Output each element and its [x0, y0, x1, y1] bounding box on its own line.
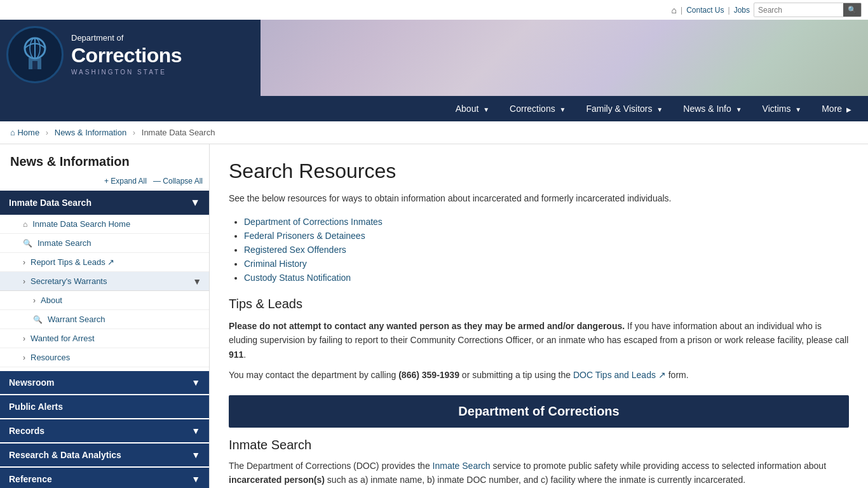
tips-line2-post: form.	[666, 370, 689, 380]
secretarys-warrants-link[interactable]: Secretary's Warrants	[31, 276, 107, 286]
family-arrow: ▼	[656, 106, 663, 113]
list-item: Registered Sex Offenders	[244, 245, 849, 255]
dept-line2: Corrections	[71, 43, 182, 67]
doc-inmates-link[interactable]: Department of Corrections Inmates	[244, 217, 383, 227]
tips-bold: Please do not attempt to contact any wan…	[229, 321, 625, 331]
inmate-data-search-chevron: ▼	[190, 197, 200, 208]
tips-line2-mid: or submitting a tip using the	[459, 370, 573, 380]
sidebar-item-secretarys-warrants[interactable]: › Secretary's Warrants	[0, 272, 193, 290]
sidebar-research-header[interactable]: Research & Data Analytics ▼	[0, 444, 209, 466]
sidebar-records-header[interactable]: Records ▼	[0, 419, 209, 442]
wanted-expand-icon: ›	[23, 334, 25, 343]
tips-phone: (866) 359-1939	[398, 370, 459, 380]
sidebar-item-warrant-search[interactable]: 🔍 Warrant Search	[0, 310, 209, 329]
inmate-search-title: Inmate Search	[229, 438, 849, 452]
more-arrow: ▶	[846, 106, 851, 113]
breadcrumb-home[interactable]: ⌂ Home	[10, 128, 39, 137]
sidebar-reference-header[interactable]: Reference ▼	[0, 468, 209, 488]
sidebar: News & Information + Expand All — Collap…	[0, 144, 210, 488]
breadcrumb-sep2: ›	[133, 128, 135, 137]
tips-leads-heading: Tips & Leads	[229, 297, 849, 311]
inmate-search-service-link[interactable]: Inmate Search	[433, 461, 491, 471]
main-nav: About ▼ Corrections ▼ Family & Visitors …	[0, 96, 868, 121]
resources-expand-icon: ›	[23, 353, 25, 362]
federal-prisoners-link[interactable]: Federal Prisoners & Detainees	[244, 231, 365, 241]
page-content: News & Information + Expand All — Collap…	[0, 144, 868, 488]
inmate-search-link[interactable]: Inmate Search	[37, 238, 92, 248]
sidebar-controls: + Expand All — Collapse All	[0, 177, 209, 191]
list-item: Federal Prisoners & Detainees	[244, 231, 849, 241]
logo-text: Department of Corrections WASHINGTON STA…	[71, 33, 182, 76]
about-link[interactable]: About	[41, 295, 62, 305]
nav-about[interactable]: About ▼	[445, 96, 499, 121]
intro-text: See the below resources for ways to obta…	[229, 192, 849, 205]
warrant-search-icon: 🔍	[33, 315, 43, 324]
inmate-search-bold: incarcerated person(s)	[229, 475, 325, 485]
sidebar-inmate-data-search-header[interactable]: Inmate Data Search ▼	[0, 191, 209, 215]
site-header: Department of Corrections WASHINGTON STA…	[0, 20, 868, 96]
reference-label: Reference	[9, 474, 52, 484]
doc-banner: Department of Corrections	[229, 395, 849, 428]
sidebar-item-inmate-search[interactable]: 🔍 Inmate Search	[0, 234, 209, 253]
sex-offenders-link[interactable]: Registered Sex Offenders	[244, 245, 346, 255]
sep2: |	[728, 6, 730, 15]
dept-line3: WASHINGTON STATE	[71, 69, 182, 76]
custody-status-link[interactable]: Custody Status Notification	[244, 273, 351, 283]
tips-body-end: .	[243, 349, 246, 360]
about-arrow: ▼	[483, 106, 489, 113]
breadcrumb-sep1: ›	[46, 128, 48, 137]
about-expand-icon: ›	[33, 296, 36, 305]
sidebar-item-report-tips[interactable]: › Report Tips & Leads ↗	[0, 253, 209, 272]
research-label: Research & Data Analytics	[9, 450, 121, 460]
tips-911: 911	[229, 349, 243, 360]
expand-all-link[interactable]: + Expand All	[104, 177, 147, 186]
resources-link[interactable]: Resources	[31, 353, 70, 362]
top-bar: ⌂ | Contact Us | Jobs 🔍	[0, 0, 868, 20]
sidebar-newsroom-header[interactable]: Newsroom ▼	[0, 371, 209, 394]
nav-corrections[interactable]: Corrections ▼	[499, 96, 576, 121]
tips-text-1: Please do not attempt to contact any wan…	[229, 319, 849, 362]
collapse-all-link[interactable]: — Collapse All	[153, 177, 203, 186]
search-button[interactable]: 🔍	[843, 3, 861, 17]
sidebar-title: News & Information	[0, 154, 209, 177]
search-input[interactable]	[754, 4, 843, 17]
breadcrumb-news[interactable]: News & Information	[55, 128, 126, 137]
home-icon[interactable]: ⌂	[672, 5, 677, 15]
news-arrow: ▼	[736, 106, 742, 113]
page-title: Search Resources	[229, 159, 849, 183]
wanted-for-arrest-link[interactable]: Wanted for Arrest	[31, 334, 95, 343]
nav-news-info[interactable]: News & Info ▼	[673, 96, 752, 121]
breadcrumb-current: Inmate Data Search	[142, 128, 215, 137]
newsroom-chevron: ▼	[191, 377, 200, 388]
inmate-search-mid: service to promote public safety while p…	[491, 461, 826, 471]
sidebar-public-alerts-header[interactable]: Public Alerts	[0, 395, 209, 418]
inmate-search-post: such as a) inmate name, b) inmate DOC nu…	[325, 475, 745, 485]
doc-tips-leads-link[interactable]: DOC Tips and Leads ↗	[573, 370, 666, 380]
breadcrumb: ⌂ Home › News & Information › Inmate Dat…	[0, 121, 868, 144]
inmate-data-search-home-link[interactable]: Inmate Data Search Home	[32, 219, 130, 229]
expand-icon: ›	[23, 258, 25, 267]
header-banner	[261, 20, 868, 96]
sidebar-item-wanted-for-arrest[interactable]: › Wanted for Arrest	[0, 329, 209, 348]
sidebar-item-about[interactable]: › About	[0, 291, 209, 310]
report-tips-link[interactable]: Report Tips & Leads ↗	[31, 257, 114, 267]
nav-victims[interactable]: Victims ▼	[752, 96, 812, 121]
criminal-history-link[interactable]: Criminal History	[244, 259, 307, 269]
list-item: Department of Corrections Inmates	[244, 217, 849, 227]
warrants-chevron: ▼	[193, 276, 209, 287]
jobs-link[interactable]: Jobs	[734, 6, 750, 15]
corrections-arrow: ▼	[560, 106, 566, 113]
inmate-search-pre: The Department of Corrections (DOC) prov…	[229, 461, 433, 471]
nav-more[interactable]: More ▶	[811, 96, 862, 121]
public-alerts-label: Public Alerts	[9, 402, 63, 412]
main-content: Search Resources See the below resources…	[210, 144, 868, 488]
sidebar-item-inmate-data-search-home[interactable]: ⌂ Inmate Data Search Home	[0, 215, 209, 234]
search-icon: 🔍	[23, 239, 32, 248]
nav-family-visitors[interactable]: Family & Visitors ▼	[576, 96, 673, 121]
sidebar-item-resources[interactable]: › Resources	[0, 348, 209, 367]
contact-us-link[interactable]: Contact Us	[686, 6, 724, 15]
inmate-search-text: The Department of Corrections (DOC) prov…	[229, 459, 849, 487]
dept-line1: Department of	[71, 33, 182, 43]
list-item: Criminal History	[244, 259, 849, 269]
warrant-search-link[interactable]: Warrant Search	[48, 315, 105, 324]
